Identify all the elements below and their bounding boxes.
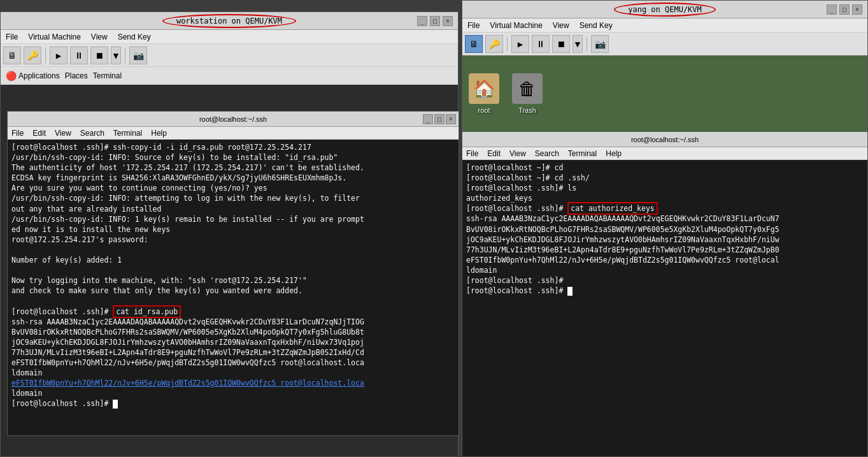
line-4: ECDSA key fingerprint is SHA256:XlaRA3OW… xyxy=(11,173,455,183)
menu-vm-right[interactable]: Virtual Machine xyxy=(490,21,543,30)
menu-file-left[interactable]: File xyxy=(6,33,18,41)
line-17: [root@localhost .ssh]# cat id_rsa.pub xyxy=(11,307,455,317)
maximize-button[interactable]: □ xyxy=(430,16,440,26)
right-menubar: File Virtual Machine View Send Key xyxy=(462,18,867,33)
menu-vm-left[interactable]: Virtual Machine xyxy=(28,33,81,41)
right-maximize-button[interactable]: □ xyxy=(839,4,850,15)
right-window-controls: _ □ × xyxy=(827,4,862,15)
monitor-btn-left[interactable]: 🖥 xyxy=(3,47,21,64)
right-close-button[interactable]: × xyxy=(852,4,862,15)
dropdown-btn-left[interactable]: ▼ xyxy=(111,47,121,64)
r-line-10: eFST0IfbW0pnYu+h7QhMl22/nJv+6H5e/pWqjdBT… xyxy=(466,255,864,265)
tmenu-file-right[interactable]: File xyxy=(466,149,478,158)
highlighted-command-left: cat id_rsa.pub xyxy=(113,305,181,318)
play-btn-left[interactable]: ▶ xyxy=(50,47,68,64)
menu-sendkey-left[interactable]: Send Key xyxy=(118,33,151,41)
desktop-icon-root[interactable]: 🏠 root xyxy=(469,73,499,114)
menu-file-right[interactable]: File xyxy=(467,21,480,30)
tmenu-search-right[interactable]: Search xyxy=(535,149,559,158)
window-left: workstation on QEMU/KVM _ □ × File Virtu… xyxy=(0,11,459,457)
sep2 xyxy=(125,48,125,63)
right-title: yang on QEMU/KVM xyxy=(614,3,716,17)
line-15: and check to make sure that only the key… xyxy=(11,286,455,296)
terminal-close-left[interactable]: × xyxy=(446,114,456,124)
line-9: ed now it is to install the new keys xyxy=(11,224,455,235)
highlighted-command-right: cat authorized_keys xyxy=(567,202,658,215)
line-21: 77h3UJN/MLvIizM3t96eBI+L2Apn4aTdr8E9+pgu… xyxy=(11,347,455,358)
sep1 xyxy=(45,48,46,63)
stop-btn-left[interactable]: ⏹ xyxy=(90,47,108,64)
places-label[interactable]: Places xyxy=(65,71,88,80)
terminal-menu-left[interactable]: Terminal xyxy=(93,71,122,80)
line-19: BvUV08irOKkxRtNOQBcPLhoG7FHRs2saSBWQMV/W… xyxy=(11,327,455,337)
screenshot-btn-left[interactable]: 📷 xyxy=(129,47,147,64)
left-terminal-window: root@localhost:~/.ssh _ □ × File Edit Vi… xyxy=(7,111,459,436)
line-13 xyxy=(11,265,455,275)
line-11 xyxy=(11,245,455,255)
right-minimize-button[interactable]: _ xyxy=(827,4,837,15)
applications-label[interactable]: Applications xyxy=(18,71,60,80)
menu-view-left[interactable]: View xyxy=(91,33,108,41)
left-menubar: File Virtual Machine View Send Key xyxy=(1,30,458,44)
places-menu[interactable]: Places xyxy=(65,71,88,80)
r-line-12: [root@localhost .ssh]# xyxy=(466,275,864,286)
menu-view-right[interactable]: View xyxy=(553,21,569,30)
left-appbar: 🔴 Applications Places Terminal xyxy=(1,67,458,85)
play-btn-right[interactable]: ▶ xyxy=(511,35,529,53)
tmenu-terminal-left[interactable]: Terminal xyxy=(113,129,142,138)
tmenu-edit-right[interactable]: Edit xyxy=(487,149,501,158)
left-terminal-content[interactable]: [root@localhost .ssh]# ssh-copy-id -i id… xyxy=(8,140,459,435)
applications-menu[interactable]: 🔴 Applications xyxy=(6,71,60,81)
terminal-maximize-left[interactable]: □ xyxy=(434,114,445,124)
tmenu-edit-left[interactable]: Edit xyxy=(32,129,46,138)
screenshot-btn-right[interactable]: 📷 xyxy=(591,35,609,53)
dropdown-btn-right[interactable]: ▼ xyxy=(573,35,583,53)
minimize-button[interactable]: _ xyxy=(417,16,427,26)
pause-btn-right[interactable]: ⏸ xyxy=(532,35,550,53)
r-line-3: [root@localhost .ssh]# ls xyxy=(466,183,864,193)
trash-icon: 🗑 xyxy=(512,73,543,104)
apps-icon: 🔴 xyxy=(6,71,17,81)
r-line-6: ssh-rsa AAAAB3NzaC1yc2EAAAADAQABAAAAAQDv… xyxy=(466,214,864,224)
tmenu-view-left[interactable]: View xyxy=(55,129,71,138)
stop-btn-right[interactable]: ⏹ xyxy=(552,35,570,53)
left-terminal-titlebar: root@localhost:~/.ssh _ □ × xyxy=(8,112,459,127)
monitor-btn-right[interactable]: 🖥 xyxy=(465,35,483,53)
left-terminal-controls: _ □ × xyxy=(423,114,456,124)
r-line-11: ldomain xyxy=(466,265,864,275)
line-20: jOC9aKEU+ykChEKDJDGL8FJOJirYmhzwszytAVO0… xyxy=(11,337,455,347)
line-5: Are you sure you want to continue connec… xyxy=(11,183,455,193)
right-terminal-content[interactable]: [root@localhost ~]# cd [root@localhost ~… xyxy=(462,160,867,456)
line-12: Number of key(s) added: 1 xyxy=(11,255,455,265)
sep4 xyxy=(587,36,587,52)
r-line-1: [root@localhost ~]# cd xyxy=(466,163,864,173)
tmenu-help-right[interactable]: Help xyxy=(606,149,622,158)
line-14: Now try logging into the machine, with: … xyxy=(11,275,455,286)
line-3: The authenticity of host '172.25.254.217… xyxy=(11,163,455,173)
tmenu-file-left[interactable]: File xyxy=(11,129,24,138)
r-line-4: authorized_keys xyxy=(466,193,864,203)
tmenu-terminal-right[interactable]: Terminal xyxy=(568,149,597,158)
window-right: yang on QEMU/KVM _ □ × File Virtual Mach… xyxy=(462,0,868,457)
desktop-icon-trash[interactable]: 🗑 Trash xyxy=(512,73,543,114)
line-24-underline: eFST0IfbW0pnYu+h7QhMl22/nJv+6H5e/pWqjdBT… xyxy=(11,378,455,388)
right-terminal-titlebar: root@localhost:~/.ssh xyxy=(462,132,867,147)
url-link[interactable]: eFST0IfbW0pnYu+h7QhMl22/nJv+6H5e/pWqjdBT… xyxy=(11,379,364,388)
r-line-5: [root@localhost .ssh]# cat authorized_ke… xyxy=(466,203,864,214)
right-desktop: 🏠 root 🗑 Trash xyxy=(462,55,867,132)
terminal-label[interactable]: Terminal xyxy=(93,71,122,80)
pause-btn-left[interactable]: ⏸ xyxy=(70,47,88,64)
tmenu-view-right[interactable]: View xyxy=(509,149,526,158)
left-title: workstation on QEMU/KVM xyxy=(162,14,296,28)
key-btn-left[interactable]: 🔑 xyxy=(24,47,41,64)
menu-sendkey-right[interactable]: Send Key xyxy=(580,21,613,30)
r-line-8: jOC9aKEU+ykChEKDJDGL8FJOJirYmhzwszytAVO0… xyxy=(466,235,864,245)
line-25: ldomain xyxy=(11,388,455,398)
key-btn-right[interactable]: 🔑 xyxy=(485,35,503,53)
tmenu-search-left[interactable]: Search xyxy=(80,129,104,138)
close-button[interactable]: × xyxy=(443,16,453,26)
tmenu-help-left[interactable]: Help xyxy=(151,129,167,138)
right-terminal-window: root@localhost:~/.ssh File Edit View Sea… xyxy=(462,132,867,456)
terminal-minimize-left[interactable]: _ xyxy=(423,114,433,124)
line-23: ldomain xyxy=(11,368,455,378)
